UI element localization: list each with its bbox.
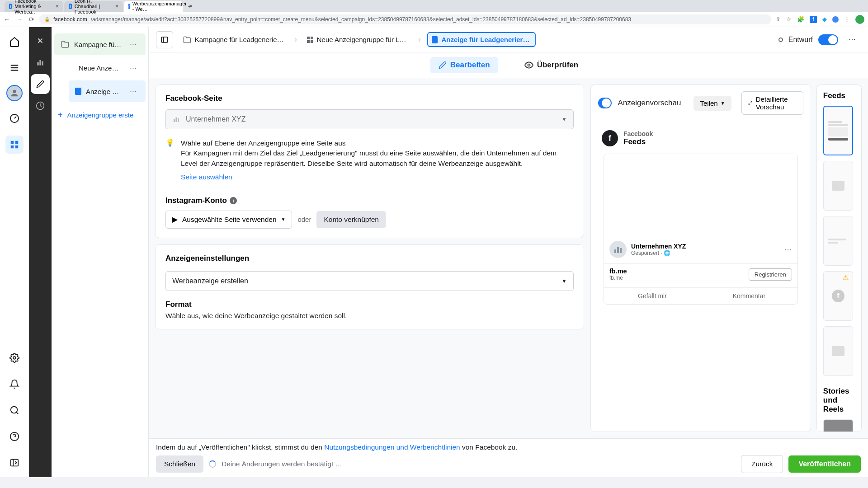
- page-section-label: Facebook-Seite: [165, 94, 574, 103]
- global-nav: [0, 27, 29, 477]
- warning-icon: ⚠: [843, 273, 851, 282]
- grid-icon[interactable]: [5, 136, 24, 154]
- saving-text: Deine Änderungen werden bestätigt …: [222, 460, 342, 468]
- terms-link[interactable]: Nutzungsbedingungen und Werberichtlinien: [324, 443, 460, 451]
- svg-point-9: [13, 357, 16, 359]
- profile-icon[interactable]: [855, 15, 864, 24]
- panel-toggle-icon[interactable]: [156, 31, 173, 48]
- close-icon[interactable]: ×: [189, 3, 193, 9]
- chart-icon[interactable]: [32, 53, 49, 71]
- page-select[interactable]: Unternehmen XYZ ▼: [165, 109, 574, 129]
- browser-tab[interactable]: fLeon R. Chaudhari | Facebook×: [64, 1, 123, 12]
- placement-thumb[interactable]: ⚠f: [823, 271, 853, 321]
- tab-edit[interactable]: Bearbeiten: [430, 57, 498, 73]
- gauge-icon[interactable]: [5, 109, 24, 127]
- browser-tab[interactable]: fWerbeanzeigenmanager - We…×: [124, 1, 183, 12]
- crumb-adset[interactable]: Neue Anzeigengruppe für Le…: [303, 33, 412, 46]
- close-icon[interactable]: ×: [56, 3, 59, 9]
- extension-icon[interactable]: ◆: [822, 16, 827, 23]
- tree-item-ad[interactable]: Anzeige … ⋯: [69, 80, 146, 102]
- tree-item-campaign[interactable]: Kampagne fü… ⋯: [54, 33, 146, 55]
- extension-icon[interactable]: 🧩: [797, 16, 804, 23]
- crumb-ad[interactable]: Anzeige für Leadgenerierung: [427, 32, 536, 47]
- close-button[interactable]: Schließen: [156, 455, 203, 473]
- forward-icon[interactable]: →: [16, 16, 23, 23]
- preview-platform: Facebook: [623, 130, 653, 137]
- plus-icon: +: [58, 110, 63, 120]
- crumb-campaign[interactable]: Kampagne für Leadgenerier…: [179, 33, 288, 47]
- like-action: Gefällt mir: [604, 288, 701, 304]
- placement-thumbs: Feeds ⚠f Stories und Reels: [816, 84, 862, 432]
- more-icon[interactable]: ⋯: [127, 61, 139, 74]
- placement-thumb[interactable]: [823, 419, 853, 432]
- page-icon: [172, 115, 180, 123]
- status-dot: [778, 38, 783, 42]
- ad-preview-mock: Unternehmen XYZ Gesponsert · 🌐 ⋯ fb.me f…: [604, 154, 798, 305]
- more-icon[interactable]: ⋯: [844, 31, 861, 48]
- grid-icon: [307, 37, 313, 43]
- back-icon[interactable]: ←: [4, 16, 10, 23]
- preview-toggle[interactable]: [598, 98, 612, 108]
- more-icon[interactable]: ⋯: [127, 85, 139, 98]
- instagram-select[interactable]: ▶ Ausgewählte Seite verwenden ▼: [165, 211, 292, 229]
- avatar[interactable]: [6, 85, 23, 101]
- help-icon[interactable]: [5, 427, 24, 446]
- status-toggle[interactable]: [818, 34, 838, 45]
- reload-icon[interactable]: ⟳: [29, 16, 34, 23]
- tree-item-adset[interactable]: Neue Anze… ⋯: [61, 57, 146, 79]
- campaign-tree: Kampagne fü… ⋯ Neue Anze… ⋯ Anzeige … ⋯ …: [52, 27, 149, 477]
- svg-rect-22: [161, 37, 168, 42]
- info-icon[interactable]: i: [230, 197, 237, 204]
- avatar: [609, 241, 627, 258]
- home-icon[interactable]: [5, 33, 24, 51]
- cta-button: Registrieren: [749, 268, 792, 281]
- history-icon[interactable]: [32, 97, 49, 115]
- eye-icon: [524, 61, 533, 70]
- create-adset-button[interactable]: + Anzeigengruppe erste: [52, 104, 148, 126]
- edit-icon[interactable]: [32, 75, 49, 93]
- doc-icon: [432, 36, 438, 43]
- browser-tab[interactable]: fFacebook Marketing & Werbea…×: [5, 1, 63, 12]
- menu-icon[interactable]: ⋮: [844, 16, 850, 23]
- svg-rect-20: [42, 61, 43, 66]
- svg-line-11: [16, 412, 18, 414]
- url-bar[interactable]: 🔒 facebook.com/adsmanager/manage/ads/edi…: [39, 14, 771, 24]
- preview-title: Anzeigenvorschau: [618, 99, 681, 108]
- hamburger-icon[interactable]: [5, 59, 24, 77]
- more-icon: ⋯: [784, 244, 792, 254]
- collapse-icon[interactable]: [5, 454, 24, 472]
- close-icon[interactable]: ×: [115, 3, 118, 9]
- detailed-preview-button[interactable]: Detaillierte Vorschau: [741, 91, 803, 115]
- back-button[interactable]: Zurück: [741, 455, 783, 473]
- share-button[interactable]: Teilen▼: [693, 96, 731, 111]
- tab-review[interactable]: Überprüfen: [516, 57, 587, 73]
- chevron-right-icon: ›: [418, 35, 421, 44]
- folder-icon: [61, 40, 70, 49]
- star-icon[interactable]: ☆: [786, 16, 792, 23]
- gear-icon[interactable]: [5, 349, 24, 367]
- placement-thumb[interactable]: [823, 161, 853, 211]
- ad-settings-card: Anzeigeneinstellungen Werbeanzeige erste…: [155, 244, 584, 329]
- ad-type-select[interactable]: Werbeanzeige erstellen ▼: [165, 271, 574, 291]
- connect-account-button[interactable]: Konto verknüpfen: [316, 211, 386, 228]
- extension-icon[interactable]: [832, 16, 839, 23]
- more-icon[interactable]: ⋯: [127, 38, 139, 51]
- svg-point-10: [10, 407, 17, 413]
- grid-icon: [68, 65, 74, 71]
- search-icon[interactable]: [5, 401, 24, 419]
- breadcrumb: Kampagne für Leadgenerier… › Neue Anzeig…: [149, 27, 868, 52]
- share-icon[interactable]: ⇪: [776, 16, 781, 23]
- placement-thumb[interactable]: [823, 326, 853, 376]
- feeds-heading: Feeds: [823, 91, 855, 100]
- placement-thumb[interactable]: [823, 216, 853, 266]
- placement-thumb[interactable]: [823, 106, 853, 155]
- svg-rect-26: [176, 117, 177, 122]
- svg-rect-32: [620, 248, 622, 253]
- close-button[interactable]: [32, 32, 49, 50]
- chevron-down-icon: ▼: [721, 101, 725, 106]
- select-page-link[interactable]: Seite auswählen: [181, 172, 232, 182]
- extension-icon[interactable]: f: [810, 16, 817, 23]
- chevron-right-icon: ›: [294, 35, 297, 44]
- bell-icon[interactable]: [5, 375, 24, 393]
- publish-button[interactable]: Veröffentlichen: [788, 455, 861, 473]
